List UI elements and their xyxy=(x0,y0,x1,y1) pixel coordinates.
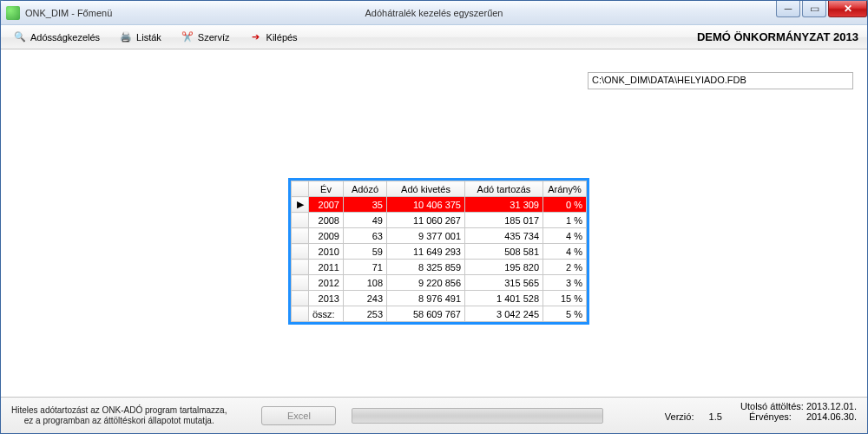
cell[interactable]: 2 % xyxy=(543,260,587,275)
cell[interactable]: 49 xyxy=(344,213,387,228)
row-indicator[interactable] xyxy=(292,244,309,260)
cell[interactable]: 4 % xyxy=(543,244,587,260)
disclaimer-text: Hiteles adótartozást az ONK-ADÓ program … xyxy=(11,405,227,426)
window-title: ONK_DIM - Főmenü xyxy=(25,8,112,18)
cell[interactable]: 15 % xyxy=(543,291,587,306)
cell[interactable]: 8 976 491 xyxy=(387,291,465,306)
cell[interactable]: össz: xyxy=(309,306,344,322)
toolbar-item-listak[interactable]: 🖨️ Listák xyxy=(112,28,168,47)
table-row[interactable]: 20084911 060 267185 0171 % xyxy=(292,213,587,228)
disclaimer-line2: ez a programban az áttöltéskori állapoto… xyxy=(11,416,227,426)
cell[interactable]: 1 401 528 xyxy=(465,291,543,306)
toolbar-item-szerviz[interactable]: ✂️ Szervíz xyxy=(174,28,237,47)
grid-header[interactable] xyxy=(292,181,309,197)
disclaimer-line1: Hiteles adótartozást az ONK-ADÓ program … xyxy=(11,405,227,416)
cell[interactable]: 253 xyxy=(344,306,387,322)
cell[interactable]: 2009 xyxy=(309,228,344,244)
last-load-value: 2013.12.01. xyxy=(806,401,857,411)
app-icon xyxy=(6,6,20,20)
org-label: DEMÓ ÖNKORMÁNYZAT 2013 xyxy=(697,30,858,43)
title-buttons: ─ ▭ ✕ xyxy=(774,1,867,18)
row-indicator[interactable] xyxy=(292,260,309,275)
cell[interactable]: 3 % xyxy=(543,275,587,291)
toolbar-item-label: Adósságkezelés xyxy=(30,32,100,43)
printer-icon: 🖨️ xyxy=(119,30,133,44)
cell[interactable]: 58 609 767 xyxy=(387,306,465,322)
cell[interactable]: 3 042 245 xyxy=(465,306,543,322)
version-label: Verzió: xyxy=(665,411,694,422)
progress-bar xyxy=(352,408,603,424)
cell[interactable]: 8 325 859 xyxy=(387,260,465,275)
row-indicator[interactable] xyxy=(292,228,309,244)
toolbar-item-kilepes[interactable]: ➔ Kilépés xyxy=(242,28,305,47)
row-indicator[interactable]: ▶ xyxy=(292,197,309,213)
cell[interactable]: 9 377 001 xyxy=(387,228,465,244)
toolbar-item-label: Szervíz xyxy=(198,32,230,43)
cell[interactable]: 4 % xyxy=(543,228,587,244)
cell[interactable]: 71 xyxy=(344,260,387,275)
cell[interactable]: 2008 xyxy=(309,213,344,228)
cell[interactable]: 1 % xyxy=(543,213,587,228)
cell[interactable]: 11 060 267 xyxy=(387,213,465,228)
toolbar-item-label: Kilépés xyxy=(266,32,298,43)
main-window: ONK_DIM - Főmenü Adóhátralék kezelés egy… xyxy=(0,0,868,434)
cell[interactable]: 2012 xyxy=(309,275,344,291)
grid-header[interactable]: Adózó xyxy=(344,181,387,197)
db-path-field[interactable]: C:\ONK_DIM\DATA\HELYIADO.FDB xyxy=(588,72,853,89)
table-row[interactable]: 20132438 976 4911 401 52815 % xyxy=(292,291,587,306)
cell[interactable]: 435 734 xyxy=(465,228,543,244)
cell[interactable]: 2007 xyxy=(309,197,344,213)
toolbar: 🔍 Adósságkezelés 🖨️ Listák ✂️ Szervíz ➔ … xyxy=(1,25,867,49)
cell[interactable]: 195 820 xyxy=(465,260,543,275)
row-indicator[interactable] xyxy=(292,306,309,322)
cell[interactable]: 5 % xyxy=(543,306,587,322)
cell[interactable]: 63 xyxy=(344,228,387,244)
close-button[interactable]: ✕ xyxy=(828,1,867,17)
cell[interactable]: 185 017 xyxy=(465,213,543,228)
footer: Hiteles adótartozást az ONK-ADÓ program … xyxy=(1,397,867,433)
cell[interactable]: 0 % xyxy=(543,197,587,213)
toolbar-item-label: Listák xyxy=(136,32,161,43)
row-indicator[interactable] xyxy=(292,275,309,291)
table-row[interactable]: 2009639 377 001435 7344 % xyxy=(292,228,587,244)
table-row[interactable]: 20121089 220 856315 5653 % xyxy=(292,275,587,291)
grid-header[interactable]: Adó kivetés xyxy=(387,181,465,197)
minimize-button[interactable]: ─ xyxy=(776,1,800,17)
cell[interactable]: 10 406 375 xyxy=(387,197,465,213)
cell[interactable]: 2011 xyxy=(309,260,344,275)
row-indicator[interactable] xyxy=(292,291,309,306)
cell[interactable]: 9 220 856 xyxy=(387,275,465,291)
cell[interactable]: 31 309 xyxy=(465,197,543,213)
search-icon: 🔍 xyxy=(13,30,27,44)
table-row[interactable]: 2011718 325 859195 8202 % xyxy=(292,260,587,275)
toolbar-item-adossagkezeles[interactable]: 🔍 Adósságkezelés xyxy=(6,28,107,47)
valid-value: 2014.06.30. xyxy=(806,411,857,422)
table-row[interactable]: 20105911 649 293508 5814 % xyxy=(292,244,587,260)
totals-row[interactable]: össz:25358 609 7673 042 2455 % xyxy=(292,306,587,322)
table-row[interactable]: ▶20073510 406 37531 3090 % xyxy=(292,197,587,213)
cell[interactable]: 2010 xyxy=(309,244,344,260)
grid-header[interactable]: Adó tartozás xyxy=(465,181,543,197)
content-area: C:\ONK_DIM\DATA\HELYIADO.FDB ÉvAdózóAdó … xyxy=(1,49,867,397)
cell[interactable]: 35 xyxy=(344,197,387,213)
data-grid[interactable]: ÉvAdózóAdó kivetésAdó tartozásArány% ▶20… xyxy=(288,178,589,325)
cell[interactable]: 2013 xyxy=(309,291,344,306)
window-subtitle: Adóhátralék kezelés egyszerűen xyxy=(1,8,867,18)
footer-right: Utolsó áttöltés: 2013.12.01. Verzió: 1.5… xyxy=(641,401,857,422)
version-value: 1.5 xyxy=(709,411,722,422)
row-indicator[interactable] xyxy=(292,213,309,228)
last-load-label: Utolsó áttöltés: xyxy=(740,401,804,411)
cell[interactable]: 243 xyxy=(344,291,387,306)
excel-button[interactable]: Excel xyxy=(261,406,336,425)
exit-icon: ➔ xyxy=(249,30,263,44)
grid-header[interactable]: Arány% xyxy=(543,181,587,197)
cell[interactable]: 508 581 xyxy=(465,244,543,260)
maximize-button[interactable]: ▭ xyxy=(802,1,826,17)
titlebar: ONK_DIM - Főmenü Adóhátralék kezelés egy… xyxy=(1,1,867,25)
grid-header[interactable]: Év xyxy=(309,181,344,197)
cell[interactable]: 108 xyxy=(344,275,387,291)
valid-label: Érvényes: xyxy=(749,411,792,422)
cell[interactable]: 315 565 xyxy=(465,275,543,291)
cell[interactable]: 11 649 293 xyxy=(387,244,465,260)
cell[interactable]: 59 xyxy=(344,244,387,260)
